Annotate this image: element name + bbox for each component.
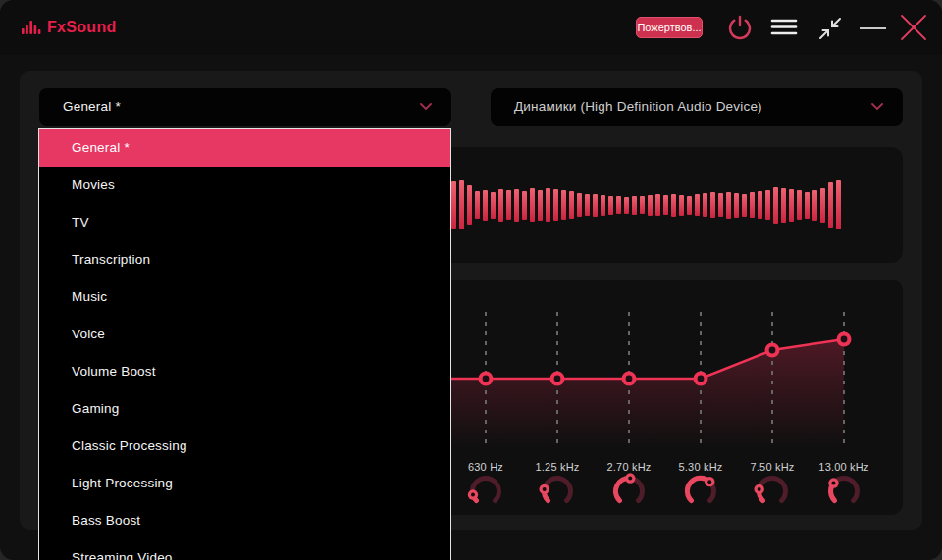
chevron-down-icon [420,103,432,111]
spectrum-bar [797,190,802,220]
app-title: FxSound [47,19,117,36]
spectrum-bar [459,180,464,229]
spectrum-bars [451,147,844,263]
hamburger-icon [772,21,796,33]
preset-dropdown-value: General * [63,88,121,126]
spectrum-bar [530,188,535,222]
output-device-dropdown[interactable]: Динамики (High Definition Audio Device) [491,88,903,126]
spectrum-bar [491,192,496,219]
eq-band-knob[interactable] [464,471,507,514]
eq-node[interactable] [479,372,494,386]
equalizer-bars-icon [22,18,41,37]
eq-band-knob[interactable] [536,471,579,514]
spectrum-bar [593,194,598,217]
spectrum-bar [663,195,668,215]
spectrum-bar [773,187,778,224]
spectrum-bar [648,195,653,216]
menu-item[interactable]: Transcription [39,241,450,279]
eq-band-knob[interactable] [679,471,722,514]
eq-band-knob[interactable] [607,471,651,514]
menu-item-selected[interactable]: General * [39,129,450,167]
spectrum-bar [451,181,456,229]
menu-item[interactable]: Gaming [39,390,450,428]
spectrum-bar [538,190,543,221]
menu-item[interactable]: Volume Boost [39,353,450,390]
spectrum-bar [734,193,739,218]
chevron-down-icon [871,103,883,111]
spectrum-bar [679,195,684,216]
spectrum-bar [569,191,574,219]
fxsound-window: FxSound Пожертвов... [0,0,942,560]
eq-node[interactable] [765,343,780,358]
spectrum-bar [467,185,472,225]
spectrum-bar [812,190,817,221]
titlebar: FxSound Пожертвов... [0,0,942,55]
eq-node[interactable] [694,372,708,386]
spectrum-bar [640,196,645,214]
power-button[interactable] [725,13,755,42]
spectrum-bar [514,189,519,222]
spectrum-bar [750,192,755,218]
close-icon [902,16,925,39]
menu-item[interactable]: Classic Processing [39,428,450,465]
minimize-button[interactable] [858,13,887,42]
eq-node[interactable] [837,332,852,347]
spectrum-bar [616,196,621,214]
spectrum-bar [553,189,558,221]
menu-item[interactable]: TV [39,204,450,241]
output-device-value: Динамики (High Definition Audio Device) [514,88,762,126]
menu-item[interactable]: Music [39,279,450,316]
spectrum-bar [828,182,833,228]
spectrum-bar [718,193,723,217]
spectrum-bar [624,197,629,214]
compress-arrows-icon [820,19,840,38]
spectrum-bar [687,196,692,215]
eq-band-knob[interactable] [751,471,794,514]
spectrum-bar [789,189,794,222]
donate-button[interactable]: Пожертвов... [636,17,703,38]
menu-item[interactable]: Voice [39,316,450,353]
spectrum-bar [601,195,605,216]
spectrum-bar [577,193,582,217]
menu-item[interactable]: Light Processing [39,465,450,502]
spectrum-bar [655,194,660,216]
close-button[interactable] [899,13,928,42]
spectrum-bar [671,194,676,217]
spectrum-bar [836,180,841,229]
eq-node[interactable] [622,372,637,386]
preset-dropdown[interactable]: General * [39,88,451,126]
spectrum-bar [742,194,747,217]
spectrum-bar [546,188,550,222]
spectrum-bar [765,190,770,220]
spectrum-bar [703,193,707,217]
menu-item[interactable]: Bass Boost [39,502,450,539]
spectrum-bar [805,192,810,219]
spectrum-bar [695,194,700,216]
spectrum-bar [726,192,731,219]
spectrum-bar [498,189,503,222]
spectrum-bar [483,190,488,221]
menu-button[interactable] [769,13,799,42]
spectrum-bar [506,190,511,220]
power-icon [730,17,750,38]
spectrum-bar [585,194,590,216]
spectrum-bar [820,188,825,223]
menu-item[interactable]: Movies [39,167,450,204]
spectrum-bar [475,191,480,219]
spectrum-bar [632,196,637,215]
preset-menu: General *MoviesTVTranscriptionMusicVoice… [38,128,451,560]
app-logo: FxSound [22,14,117,41]
compact-mode-button[interactable] [816,14,844,41]
eq-band-knob[interactable] [822,471,865,514]
eq-node[interactable] [550,372,565,386]
spectrum-bar [758,191,762,219]
spectrum-bar [608,196,613,215]
menu-item[interactable]: Streaming Video [39,539,450,560]
spectrum-bar [781,188,786,223]
spectrum-bar [522,191,527,220]
spectrum-bar [710,192,715,218]
spectrum-bar [561,190,566,220]
